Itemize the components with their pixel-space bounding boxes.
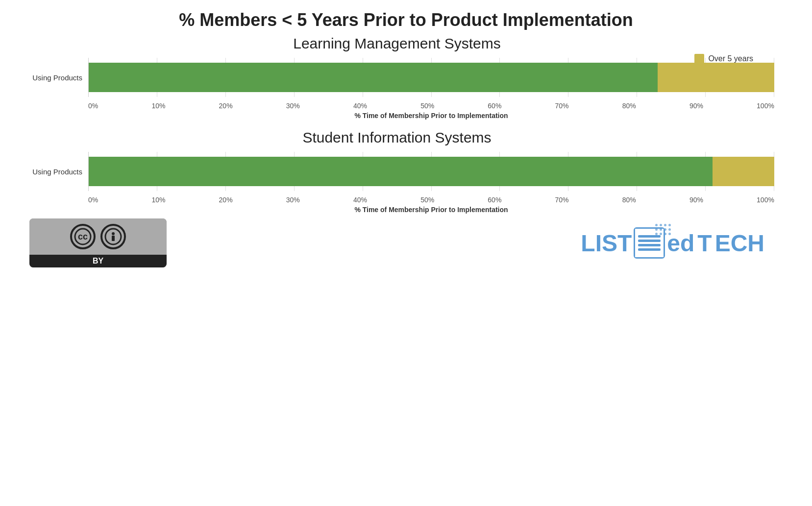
x-tick: 80% xyxy=(622,102,636,110)
chart-sis-x-label: % Time of Membership Prior to Implementa… xyxy=(88,206,774,214)
logo-dot xyxy=(655,228,658,231)
logo-line xyxy=(638,240,661,242)
x-tick: 100% xyxy=(757,196,774,204)
chart-sis-title: Student Information Systems xyxy=(20,129,774,146)
logo-dash: T xyxy=(697,230,712,257)
x-tick: 90% xyxy=(689,196,703,204)
main-title: % Members < 5 Years Prior to Product Imp… xyxy=(20,10,792,30)
svg-text:cc: cc xyxy=(78,232,88,241)
cc-logo: cc BY xyxy=(29,218,167,267)
logo-box xyxy=(634,227,665,259)
x-tick: 0% xyxy=(88,196,98,204)
chart-lms-x-label: % Time of Membership Prior to Implementa… xyxy=(88,112,774,120)
chart-lms-bar-yellow xyxy=(658,63,774,92)
chart-sis-x-axis: 0% 10% 20% 30% 40% 50% 60% 70% 80% 90% 1… xyxy=(88,194,774,204)
logo-dot xyxy=(660,228,662,231)
chart-sis: Student Information Systems Using Produc… xyxy=(20,129,774,214)
chart-lms-y-label: Using Products xyxy=(20,73,88,82)
logo-tech-rest: ECH xyxy=(715,230,764,257)
x-tick: 30% xyxy=(286,102,300,110)
chart-lms-bar-container xyxy=(88,58,774,97)
chart-lms-x-axis: 0% 10% 20% 30% 40% 50% 60% 70% 80% 90% 1… xyxy=(88,100,774,110)
cc-by-circle xyxy=(100,224,126,249)
svg-rect-4 xyxy=(112,236,115,241)
logo-dot xyxy=(664,228,666,231)
chart-sis-bar-green xyxy=(89,157,713,186)
x-tick: 70% xyxy=(555,196,569,204)
chart-sis-y-label: Using Products xyxy=(20,168,88,176)
x-tick: 50% xyxy=(420,102,434,110)
x-tick: 30% xyxy=(286,196,300,204)
logo-line xyxy=(638,248,661,251)
x-tick: 40% xyxy=(353,196,367,204)
logo-dot xyxy=(660,224,662,226)
x-tick: 20% xyxy=(219,102,233,110)
x-tick: 80% xyxy=(622,196,636,204)
logo-dot xyxy=(655,233,658,235)
logo-dot xyxy=(660,233,662,235)
x-tick: 20% xyxy=(219,196,233,204)
x-tick: 100% xyxy=(757,102,774,110)
chart-lms-area: Using Products xyxy=(20,58,774,97)
cc-circle: cc xyxy=(70,224,96,249)
x-tick: 10% xyxy=(151,102,165,110)
chart-lms: Learning Management Systems Using Produc… xyxy=(20,35,774,120)
page-wrapper: % Members < 5 Years Prior to Product Imp… xyxy=(20,10,792,267)
svg-point-3 xyxy=(112,232,115,235)
cc-logo-bottom: BY xyxy=(29,255,167,267)
chart-sis-bar-yellow xyxy=(713,157,774,186)
chart-lms-bar-track xyxy=(89,63,774,92)
chart-sis-bar-track xyxy=(89,157,774,186)
logo-dot xyxy=(664,233,666,235)
footer: cc BY LIST xyxy=(20,218,774,267)
chart-sis-area: Using Products xyxy=(20,152,774,191)
logo-dot xyxy=(668,224,671,226)
logo-dot xyxy=(668,233,671,235)
logo-dot xyxy=(664,224,666,226)
logo-text-list: LIST xyxy=(581,230,632,257)
chart-sis-bar-container xyxy=(88,152,774,191)
x-tick: 60% xyxy=(488,196,501,204)
x-tick: 60% xyxy=(488,102,501,110)
logo-dots xyxy=(655,224,671,236)
cc-logo-top: cc xyxy=(29,218,167,255)
x-tick: 10% xyxy=(151,196,165,204)
x-tick: 50% xyxy=(420,196,434,204)
logo-dot xyxy=(655,224,658,226)
x-tick: 40% xyxy=(353,102,367,110)
x-tick: 0% xyxy=(88,102,98,110)
chart-lms-title: Learning Management Systems xyxy=(20,35,774,52)
logo-dot xyxy=(668,228,671,231)
x-tick: 70% xyxy=(555,102,569,110)
x-tick: 90% xyxy=(689,102,703,110)
listedtech-logo: LIST xyxy=(581,227,764,259)
chart-lms-bar-green xyxy=(89,63,658,92)
logo-line xyxy=(638,244,661,246)
